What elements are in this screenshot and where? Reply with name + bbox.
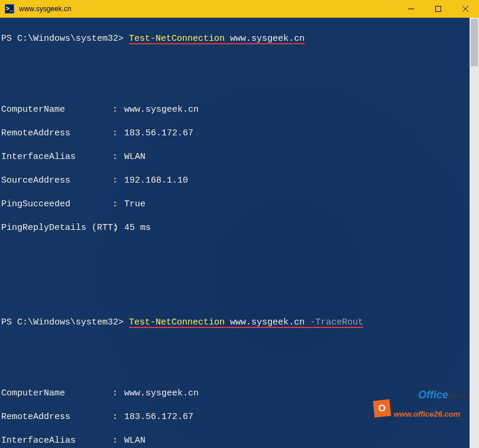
window-controls [397, 0, 479, 18]
minimize-icon [408, 6, 414, 12]
cmdlet: Test-NetConnection [129, 317, 225, 327]
window-title: www.sysgeek.cn [19, 5, 72, 13]
result-key: PingReplyDetails (RTT) [1, 222, 112, 234]
result-row: PingSucceeded: True [1, 199, 478, 210]
cmd-arg: www.sysgeek.cn [230, 34, 305, 44]
result-key: RemoteAddress [1, 411, 112, 423]
result-key: InterfaceAlias [1, 151, 112, 163]
prompt: PS C:\Windows\system32> [1, 317, 124, 327]
result-row: InterfaceAlias: WLAN [1, 151, 478, 163]
terminal-output[interactable]: PS C:\Windows\system32> Test-NetConnecti… [0, 18, 479, 448]
result-val: WLAN [124, 151, 478, 163]
result-row: RemoteAddress: 183.56.172.67 [1, 128, 478, 139]
result-key: ComputerName [1, 104, 112, 116]
result-row: SourceAddress: 192.168.1.10 [1, 175, 478, 187]
watermark-url: www.office26.com [394, 410, 466, 418]
titlebar[interactable]: >_ www.sysgeek.cn [0, 0, 479, 18]
scrollbar[interactable] [470, 18, 479, 448]
svg-rect-1 [436, 7, 441, 12]
watermark-sub: 教程网 [448, 393, 466, 400]
close-icon [462, 6, 468, 12]
blank-line [1, 293, 478, 305]
result-key: ComputerName [1, 388, 112, 400]
watermark: O Office教程网 www.office26.com [359, 372, 466, 444]
titlebar-left: >_ www.sysgeek.cn [0, 4, 72, 14]
blank-line [1, 270, 478, 281]
maximize-icon [435, 6, 441, 12]
prompt: PS C:\Windows\system32> [1, 34, 124, 44]
watermark-brand: Office [418, 389, 448, 401]
cmdlet: Test-NetConnection [129, 34, 225, 44]
command-line-2: PS C:\Windows\system32> Test-NetConnecti… [1, 317, 478, 329]
result-key: PingSucceeded [1, 199, 112, 210]
result-key: RemoteAddress [1, 128, 112, 139]
cmd-arg: www.sysgeek.cn [230, 317, 305, 327]
result-val: 192.168.1.10 [124, 175, 478, 187]
result-val: 183.56.172.67 [124, 128, 478, 139]
command-line-1: PS C:\Windows\system32> Test-NetConnecti… [1, 33, 478, 45]
result-row: ComputerName: www.sysgeek.cn [1, 104, 478, 116]
result-val: www.sysgeek.cn [124, 104, 478, 116]
close-button[interactable] [452, 0, 479, 18]
result-val: 45 ms [124, 222, 478, 234]
blank-line [1, 57, 478, 69]
blank-line [1, 340, 478, 352]
cmd-param: -TraceRout [310, 317, 363, 327]
powershell-window: >_ www.sysgeek.cn PS C:\Windows\system32… [0, 0, 479, 448]
maximize-button[interactable] [425, 0, 452, 18]
watermark-icon: O [373, 399, 391, 417]
result-key: InterfaceAlias [1, 435, 112, 447]
blank-line [1, 80, 478, 92]
result-key: SourceAddress [1, 175, 112, 187]
blank-line [1, 246, 478, 258]
result-val: True [124, 199, 478, 210]
powershell-icon: >_ [5, 4, 14, 14]
minimize-button[interactable] [397, 0, 425, 18]
result-row: PingReplyDetails (RTT): 45 ms [1, 222, 478, 234]
scrollbar-thumb[interactable] [471, 19, 478, 66]
